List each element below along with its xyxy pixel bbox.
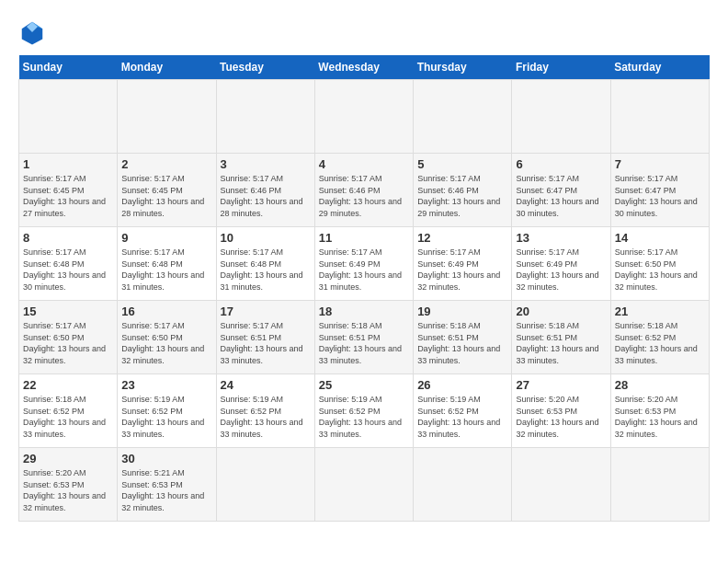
day-number: 7 xyxy=(615,157,705,171)
calendar-cell xyxy=(216,80,314,154)
calendar-cell: 11Sunrise: 5:17 AMSunset: 6:49 PMDayligh… xyxy=(314,227,413,301)
day-number: 14 xyxy=(615,231,705,245)
calendar-cell: 26Sunrise: 5:19 AMSunset: 6:52 PMDayligh… xyxy=(414,374,512,448)
calendar-cell: 24Sunrise: 5:19 AMSunset: 6:52 PMDayligh… xyxy=(216,374,314,448)
day-info: Sunrise: 5:17 AMSunset: 6:45 PMDaylight:… xyxy=(121,173,211,219)
calendar-cell: 16Sunrise: 5:17 AMSunset: 6:50 PMDayligh… xyxy=(118,301,216,374)
calendar-cell xyxy=(216,448,314,522)
day-info: Sunrise: 5:17 AMSunset: 6:50 PMDaylight:… xyxy=(121,320,211,366)
calendar-cell: 30Sunrise: 5:21 AMSunset: 6:53 PMDayligh… xyxy=(118,448,216,522)
calendar-cell xyxy=(610,80,709,154)
day-info: Sunrise: 5:17 AMSunset: 6:49 PMDaylight:… xyxy=(319,247,409,293)
day-number: 11 xyxy=(319,231,409,245)
day-info: Sunrise: 5:19 AMSunset: 6:52 PMDaylight:… xyxy=(221,394,311,440)
week-row-3: 8Sunrise: 5:17 AMSunset: 6:48 PMDaylight… xyxy=(19,227,710,301)
weekday-header-row: SundayMondayTuesdayWednesdayThursdayFrid… xyxy=(19,55,710,80)
day-number: 28 xyxy=(615,378,705,392)
calendar-cell: 10Sunrise: 5:17 AMSunset: 6:48 PMDayligh… xyxy=(216,227,314,301)
calendar-cell xyxy=(118,80,216,154)
day-info: Sunrise: 5:20 AMSunset: 6:53 PMDaylight:… xyxy=(23,467,113,513)
day-info: Sunrise: 5:17 AMSunset: 6:50 PMDaylight:… xyxy=(615,247,705,293)
calendar-cell: 6Sunrise: 5:17 AMSunset: 6:47 PMDaylight… xyxy=(512,154,610,227)
week-row-6: 29Sunrise: 5:20 AMSunset: 6:53 PMDayligh… xyxy=(19,448,710,522)
day-number: 27 xyxy=(516,378,606,392)
calendar-cell: 15Sunrise: 5:17 AMSunset: 6:50 PMDayligh… xyxy=(19,301,118,374)
day-number: 18 xyxy=(319,304,409,318)
calendar-cell xyxy=(512,80,610,154)
calendar-cell: 20Sunrise: 5:18 AMSunset: 6:51 PMDayligh… xyxy=(512,301,610,374)
calendar-header xyxy=(18,18,710,46)
weekday-header-wednesday: Wednesday xyxy=(314,55,413,80)
calendar-cell: 3Sunrise: 5:17 AMSunset: 6:46 PMDaylight… xyxy=(216,154,314,227)
calendar-cell: 14Sunrise: 5:17 AMSunset: 6:50 PMDayligh… xyxy=(610,227,709,301)
calendar-cell: 23Sunrise: 5:19 AMSunset: 6:52 PMDayligh… xyxy=(118,374,216,448)
day-number: 29 xyxy=(23,452,113,465)
calendar-cell: 17Sunrise: 5:17 AMSunset: 6:51 PMDayligh… xyxy=(216,301,314,374)
day-info: Sunrise: 5:19 AMSunset: 6:52 PMDaylight:… xyxy=(319,394,409,440)
day-info: Sunrise: 5:17 AMSunset: 6:49 PMDaylight:… xyxy=(417,247,507,293)
day-number: 17 xyxy=(221,304,311,318)
day-number: 9 xyxy=(121,231,211,245)
day-info: Sunrise: 5:21 AMSunset: 6:53 PMDaylight:… xyxy=(121,467,211,513)
calendar-cell xyxy=(314,80,413,154)
day-number: 24 xyxy=(221,378,311,392)
week-row-2: 1Sunrise: 5:17 AMSunset: 6:45 PMDaylight… xyxy=(19,154,710,227)
day-info: Sunrise: 5:17 AMSunset: 6:46 PMDaylight:… xyxy=(417,173,507,219)
calendar-cell: 13Sunrise: 5:17 AMSunset: 6:49 PMDayligh… xyxy=(512,227,610,301)
day-info: Sunrise: 5:20 AMSunset: 6:53 PMDaylight:… xyxy=(516,394,606,440)
day-info: Sunrise: 5:18 AMSunset: 6:52 PMDaylight:… xyxy=(615,320,705,366)
weekday-header-sunday: Sunday xyxy=(19,55,118,80)
calendar-cell xyxy=(19,80,118,154)
weekday-header-saturday: Saturday xyxy=(610,55,709,80)
calendar-cell xyxy=(414,448,512,522)
day-info: Sunrise: 5:19 AMSunset: 6:52 PMDaylight:… xyxy=(417,394,507,440)
day-number: 3 xyxy=(221,157,311,171)
day-number: 20 xyxy=(516,304,606,318)
calendar-cell: 19Sunrise: 5:18 AMSunset: 6:51 PMDayligh… xyxy=(414,301,512,374)
day-info: Sunrise: 5:18 AMSunset: 6:52 PMDaylight:… xyxy=(23,394,113,440)
day-info: Sunrise: 5:19 AMSunset: 6:52 PMDaylight:… xyxy=(121,394,211,440)
day-info: Sunrise: 5:17 AMSunset: 6:51 PMDaylight:… xyxy=(221,320,311,366)
day-info: Sunrise: 5:17 AMSunset: 6:47 PMDaylight:… xyxy=(615,173,705,219)
day-number: 1 xyxy=(23,157,113,171)
day-number: 23 xyxy=(121,378,211,392)
day-info: Sunrise: 5:17 AMSunset: 6:46 PMDaylight:… xyxy=(319,173,409,219)
calendar-cell: 7Sunrise: 5:17 AMSunset: 6:47 PMDaylight… xyxy=(610,154,709,227)
week-row-1 xyxy=(19,80,710,154)
day-info: Sunrise: 5:18 AMSunset: 6:51 PMDaylight:… xyxy=(516,320,606,366)
day-number: 12 xyxy=(417,231,507,245)
day-number: 30 xyxy=(121,452,211,465)
day-number: 26 xyxy=(417,378,507,392)
day-info: Sunrise: 5:17 AMSunset: 6:48 PMDaylight:… xyxy=(121,247,211,293)
weekday-header-tuesday: Tuesday xyxy=(216,55,314,80)
calendar-cell xyxy=(314,448,413,522)
logo xyxy=(18,18,50,46)
calendar-cell: 4Sunrise: 5:17 AMSunset: 6:46 PMDaylight… xyxy=(314,154,413,227)
day-number: 2 xyxy=(121,157,211,171)
weekday-header-friday: Friday xyxy=(512,55,610,80)
day-info: Sunrise: 5:17 AMSunset: 6:48 PMDaylight:… xyxy=(221,247,311,293)
day-info: Sunrise: 5:17 AMSunset: 6:46 PMDaylight:… xyxy=(221,173,311,219)
day-info: Sunrise: 5:18 AMSunset: 6:51 PMDaylight:… xyxy=(417,320,507,366)
day-number: 5 xyxy=(417,157,507,171)
day-number: 15 xyxy=(23,304,113,318)
weekday-header-thursday: Thursday xyxy=(414,55,512,80)
calendar-cell: 21Sunrise: 5:18 AMSunset: 6:52 PMDayligh… xyxy=(610,301,709,374)
day-info: Sunrise: 5:17 AMSunset: 6:48 PMDaylight:… xyxy=(23,247,113,293)
calendar-cell: 29Sunrise: 5:20 AMSunset: 6:53 PMDayligh… xyxy=(19,448,118,522)
logo-icon xyxy=(18,18,46,46)
day-number: 25 xyxy=(319,378,409,392)
day-number: 22 xyxy=(23,378,113,392)
calendar-cell: 5Sunrise: 5:17 AMSunset: 6:46 PMDaylight… xyxy=(414,154,512,227)
calendar-cell: 2Sunrise: 5:17 AMSunset: 6:45 PMDaylight… xyxy=(118,154,216,227)
day-info: Sunrise: 5:17 AMSunset: 6:47 PMDaylight:… xyxy=(516,173,606,219)
calendar-cell: 22Sunrise: 5:18 AMSunset: 6:52 PMDayligh… xyxy=(19,374,118,448)
calendar-cell: 25Sunrise: 5:19 AMSunset: 6:52 PMDayligh… xyxy=(314,374,413,448)
calendar-cell: 1Sunrise: 5:17 AMSunset: 6:45 PMDaylight… xyxy=(19,154,118,227)
calendar-cell xyxy=(610,448,709,522)
week-row-5: 22Sunrise: 5:18 AMSunset: 6:52 PMDayligh… xyxy=(19,374,710,448)
day-number: 4 xyxy=(319,157,409,171)
day-info: Sunrise: 5:17 AMSunset: 6:45 PMDaylight:… xyxy=(23,173,113,219)
calendar-cell: 28Sunrise: 5:20 AMSunset: 6:53 PMDayligh… xyxy=(610,374,709,448)
calendar-cell: 12Sunrise: 5:17 AMSunset: 6:49 PMDayligh… xyxy=(414,227,512,301)
